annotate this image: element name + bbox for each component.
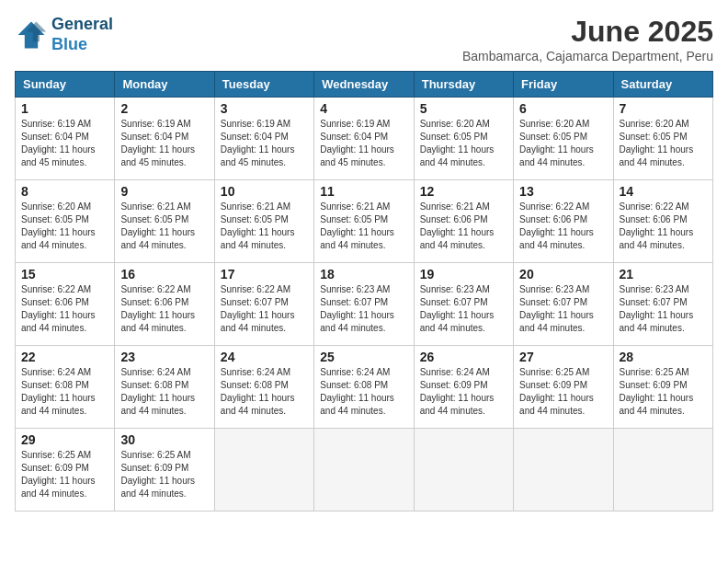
week-row-1: 1Sunrise: 6:19 AMSunset: 6:04 PMDaylight…: [16, 98, 713, 180]
day-info: Sunrise: 6:20 AMSunset: 6:05 PMDaylight:…: [21, 201, 108, 252]
day-info: Sunrise: 6:24 AMSunset: 6:08 PMDaylight:…: [221, 366, 308, 418]
calendar-cell: [414, 429, 513, 511]
header-day-wednesday: Wednesday: [314, 72, 414, 98]
day-info: Sunrise: 6:19 AMSunset: 6:04 PMDaylight:…: [120, 118, 208, 169]
calendar-cell: [314, 429, 414, 511]
calendar-cell: 6Sunrise: 6:20 AMSunset: 6:05 PMDaylight…: [514, 98, 613, 180]
calendar-cell: 24Sunrise: 6:24 AMSunset: 6:08 PMDayligh…: [214, 346, 313, 429]
day-info: Sunrise: 6:23 AMSunset: 6:07 PMDaylight:…: [519, 283, 607, 335]
week-row-2: 8Sunrise: 6:20 AMSunset: 6:05 PMDaylight…: [16, 180, 713, 263]
calendar-cell: 30Sunrise: 6:25 AMSunset: 6:09 PMDayligh…: [115, 429, 214, 511]
calendar-cell: 25Sunrise: 6:24 AMSunset: 6:08 PMDayligh…: [314, 346, 414, 429]
calendar-cell: 5Sunrise: 6:20 AMSunset: 6:05 PMDaylight…: [414, 98, 513, 180]
day-info: Sunrise: 6:25 AMSunset: 6:09 PMDaylight:…: [120, 449, 208, 500]
day-info: Sunrise: 6:19 AMSunset: 6:04 PMDaylight:…: [21, 118, 108, 169]
calendar-cell: 8Sunrise: 6:20 AMSunset: 6:05 PMDaylight…: [16, 180, 115, 263]
day-number: 30: [120, 432, 208, 447]
calendar-cell: 3Sunrise: 6:19 AMSunset: 6:04 PMDaylight…: [214, 98, 313, 180]
day-number: 16: [120, 267, 208, 282]
day-info: Sunrise: 6:24 AMSunset: 6:08 PMDaylight:…: [120, 366, 208, 418]
day-info: Sunrise: 6:19 AMSunset: 6:04 PMDaylight:…: [221, 118, 308, 169]
calendar-table: SundayMondayTuesdayWednesdayThursdayFrid…: [15, 71, 713, 511]
day-info: Sunrise: 6:23 AMSunset: 6:07 PMDaylight:…: [420, 283, 507, 335]
day-info: Sunrise: 6:21 AMSunset: 6:06 PMDaylight:…: [420, 201, 507, 252]
day-number: 5: [420, 101, 507, 116]
calendar-cell: 4Sunrise: 6:19 AMSunset: 6:04 PMDaylight…: [314, 98, 414, 180]
day-info: Sunrise: 6:23 AMSunset: 6:07 PMDaylight:…: [320, 283, 407, 335]
day-number: 4: [320, 101, 407, 116]
day-info: Sunrise: 6:21 AMSunset: 6:05 PMDaylight:…: [320, 201, 407, 252]
calendar-cell: 10Sunrise: 6:21 AMSunset: 6:05 PMDayligh…: [214, 180, 313, 263]
day-number: 19: [420, 267, 507, 282]
header-day-thursday: Thursday: [414, 72, 513, 98]
day-number: 10: [221, 184, 308, 199]
calendar-cell: 1Sunrise: 6:19 AMSunset: 6:04 PMDaylight…: [16, 98, 115, 180]
calendar-cell: 27Sunrise: 6:25 AMSunset: 6:09 PMDayligh…: [514, 346, 613, 429]
day-number: 1: [21, 101, 108, 116]
day-number: 18: [320, 267, 407, 282]
logo-icon: [15, 18, 48, 52]
day-number: 13: [519, 184, 607, 199]
day-number: 27: [519, 350, 607, 364]
logo: General Blue: [15, 15, 113, 54]
calendar-cell: 16Sunrise: 6:22 AMSunset: 6:06 PMDayligh…: [115, 263, 214, 346]
title-area: June 2025 Bambamarca, Cajamarca Departme…: [462, 15, 713, 63]
day-number: 20: [519, 267, 607, 282]
day-number: 17: [221, 267, 308, 282]
day-number: 14: [620, 184, 707, 199]
week-row-4: 22Sunrise: 6:24 AMSunset: 6:08 PMDayligh…: [16, 346, 713, 429]
calendar-cell: 21Sunrise: 6:23 AMSunset: 6:07 PMDayligh…: [613, 263, 712, 346]
calendar-cell: 18Sunrise: 6:23 AMSunset: 6:07 PMDayligh…: [314, 263, 414, 346]
calendar-cell: 13Sunrise: 6:22 AMSunset: 6:06 PMDayligh…: [514, 180, 613, 263]
calendar-cell: [214, 429, 313, 511]
calendar-cell: 28Sunrise: 6:25 AMSunset: 6:09 PMDayligh…: [613, 346, 712, 429]
calendar-cell: [613, 429, 712, 511]
day-number: 22: [21, 350, 108, 364]
calendar-cell: 12Sunrise: 6:21 AMSunset: 6:06 PMDayligh…: [414, 180, 513, 263]
day-info: Sunrise: 6:22 AMSunset: 6:07 PMDaylight:…: [221, 283, 308, 335]
day-number: 29: [21, 432, 108, 447]
svg-marker-0: [18, 21, 45, 48]
week-row-3: 15Sunrise: 6:22 AMSunset: 6:06 PMDayligh…: [16, 263, 713, 346]
day-number: 11: [320, 184, 407, 199]
calendar-cell: 29Sunrise: 6:25 AMSunset: 6:09 PMDayligh…: [16, 429, 115, 511]
week-row-5: 29Sunrise: 6:25 AMSunset: 6:09 PMDayligh…: [16, 429, 713, 511]
day-info: Sunrise: 6:22 AMSunset: 6:06 PMDaylight:…: [120, 283, 208, 335]
calendar-cell: 7Sunrise: 6:20 AMSunset: 6:05 PMDaylight…: [613, 98, 712, 180]
page-header: General Blue June 2025 Bambamarca, Cajam…: [15, 15, 713, 63]
header-day-sunday: Sunday: [16, 72, 115, 98]
logo-text: General Blue: [51, 15, 113, 54]
day-info: Sunrise: 6:22 AMSunset: 6:06 PMDaylight:…: [620, 201, 707, 252]
day-info: Sunrise: 6:23 AMSunset: 6:07 PMDaylight:…: [620, 283, 707, 335]
day-info: Sunrise: 6:22 AMSunset: 6:06 PMDaylight:…: [21, 283, 108, 335]
day-number: 9: [120, 184, 208, 199]
day-info: Sunrise: 6:21 AMSunset: 6:05 PMDaylight:…: [221, 201, 308, 252]
month-title: June 2025: [462, 15, 713, 49]
day-info: Sunrise: 6:20 AMSunset: 6:05 PMDaylight:…: [620, 118, 707, 169]
calendar-cell: 15Sunrise: 6:22 AMSunset: 6:06 PMDayligh…: [16, 263, 115, 346]
header-day-monday: Monday: [115, 72, 214, 98]
calendar-cell: 19Sunrise: 6:23 AMSunset: 6:07 PMDayligh…: [414, 263, 513, 346]
calendar-cell: 11Sunrise: 6:21 AMSunset: 6:05 PMDayligh…: [314, 180, 414, 263]
day-number: 3: [221, 101, 308, 116]
day-info: Sunrise: 6:25 AMSunset: 6:09 PMDaylight:…: [21, 449, 108, 500]
day-number: 23: [120, 350, 208, 364]
location-subtitle: Bambamarca, Cajamarca Department, Peru: [462, 49, 713, 63]
day-info: Sunrise: 6:24 AMSunset: 6:09 PMDaylight:…: [420, 366, 507, 418]
day-number: 8: [21, 184, 108, 199]
calendar-cell: 17Sunrise: 6:22 AMSunset: 6:07 PMDayligh…: [214, 263, 313, 346]
day-info: Sunrise: 6:22 AMSunset: 6:06 PMDaylight:…: [519, 201, 607, 252]
day-info: Sunrise: 6:20 AMSunset: 6:05 PMDaylight:…: [519, 118, 607, 169]
calendar-cell: 23Sunrise: 6:24 AMSunset: 6:08 PMDayligh…: [115, 346, 214, 429]
day-info: Sunrise: 6:21 AMSunset: 6:05 PMDaylight:…: [120, 201, 208, 252]
day-info: Sunrise: 6:24 AMSunset: 6:08 PMDaylight:…: [21, 366, 108, 418]
day-number: 7: [620, 101, 707, 116]
day-number: 26: [420, 350, 507, 364]
header-day-saturday: Saturday: [613, 72, 712, 98]
day-number: 25: [320, 350, 407, 364]
day-info: Sunrise: 6:25 AMSunset: 6:09 PMDaylight:…: [519, 366, 607, 418]
day-number: 28: [620, 350, 707, 364]
day-number: 12: [420, 184, 507, 199]
header-day-tuesday: Tuesday: [214, 72, 313, 98]
day-number: 24: [221, 350, 308, 364]
